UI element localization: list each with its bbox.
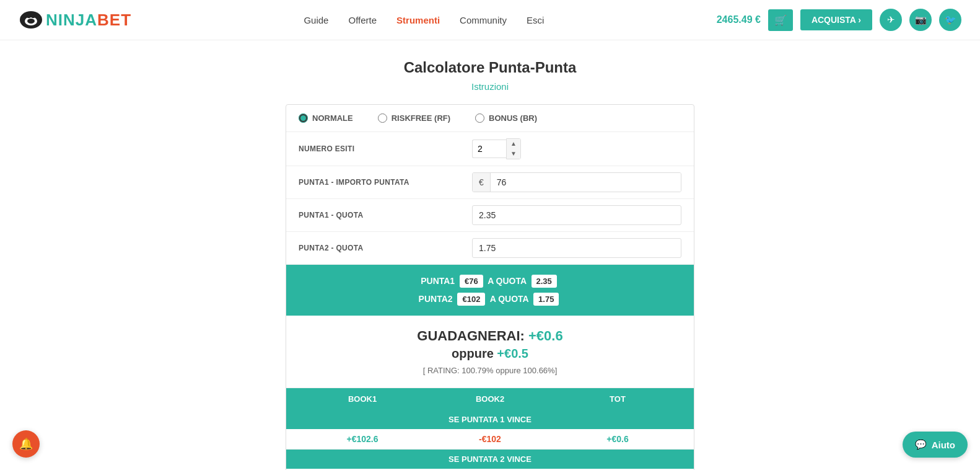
result-punta2-line: PUNTA2 €102 A QUOTA 1.75: [299, 293, 681, 306]
table-header: BOOK1 BOOK2 TOT: [286, 388, 694, 410]
oppure-text: oppure +€0.5: [299, 347, 681, 361]
radio-row: NORMALE RISKFREE (RF) BONUS (BR): [286, 105, 694, 132]
nav-strumenti[interactable]: Strumenti: [396, 15, 440, 25]
telegram-icon[interactable]: ✈: [880, 9, 902, 31]
punta2-quota-row: PUNTA2 - QUOTA: [286, 232, 694, 265]
numero-esiti-label: NUMERO ESITI: [299, 144, 472, 153]
table-col1-header: BOOK1: [299, 394, 426, 404]
page-title: Calcolatore Punta-Punta: [286, 59, 694, 76]
main-content: Calcolatore Punta-Punta Istruzioni NORMA…: [273, 40, 707, 470]
radio-bonus[interactable]: BONUS (BR): [475, 113, 537, 123]
radio-normale[interactable]: NORMALE: [299, 113, 353, 123]
euro-input-wrap: €: [472, 172, 681, 192]
radio-riskfree[interactable]: RISKFREE (RF): [378, 113, 450, 123]
numero-esiti-input[interactable]: [472, 140, 506, 158]
punta1-quota-input[interactable]: [472, 205, 681, 225]
rating-text: [ RATING: 100.79% oppure 100.66%]: [299, 366, 681, 375]
punta1-quota-row: PUNTA1 - QUOTA: [286, 199, 694, 232]
instructions-link[interactable]: Istruzioni: [286, 81, 694, 92]
result-punta2-amount: €102: [457, 293, 485, 306]
balance: 2465.49 €: [717, 14, 761, 25]
radio-normale-input[interactable]: [299, 113, 308, 123]
aiuto-label: Aiuto: [932, 440, 955, 450]
logo-text: NINJABET: [46, 11, 131, 30]
result-punta2-aquota-label: A QUOTA: [490, 294, 528, 304]
header: NINJABET Guide Offerte Strumenti Communi…: [0, 0, 980, 40]
punta1-quota-wrap: [472, 205, 681, 225]
table-subheader1: SE PUNTATA 1 VINCE: [286, 410, 694, 429]
punta2-quota-wrap: [472, 238, 681, 258]
guadagnerai-text: GUADAGNERAI: +€0.6: [299, 328, 681, 344]
spin-down[interactable]: ▼: [507, 149, 520, 159]
notification-bell[interactable]: 🔔: [12, 430, 40, 458]
svg-point-2: [27, 19, 35, 24]
guadagnerai-box: GUADAGNERAI: +€0.6 oppure +€0.5 [ RATING…: [286, 316, 694, 388]
result-punta1-amount: €76: [460, 275, 483, 288]
numero-esiti-spinner: ▲ ▼: [506, 138, 521, 159]
cart-button[interactable]: 🛒: [768, 9, 793, 31]
chat-icon: 💬: [915, 439, 927, 450]
row1-book1: +€102.6: [299, 434, 426, 444]
calculator-box: NORMALE RISKFREE (RF) BONUS (BR) NUMERO …: [286, 104, 694, 470]
table-row-1: +€102.6 -€102 +€0.6: [286, 429, 694, 450]
nav-community[interactable]: Community: [460, 15, 507, 25]
punta1-importo-wrap: €: [472, 172, 681, 192]
spin-up[interactable]: ▲: [507, 139, 520, 149]
acquista-button[interactable]: ACQUISTA ›: [800, 9, 872, 30]
result-punta2-label: PUNTA2: [419, 294, 453, 304]
radio-bonus-input[interactable]: [475, 113, 484, 123]
punta1-importo-row: PUNTA1 - IMPORTO PUNTATA €: [286, 166, 694, 199]
guadagnerai-prefix: GUADAGNERAI:: [417, 328, 528, 344]
table-col3-header: TOT: [554, 394, 681, 404]
guadagnerai-value: +€0.6: [528, 328, 563, 344]
oppure-prefix: oppure: [452, 347, 497, 360]
row1-book2: -€102: [426, 434, 554, 444]
result-punta1-aquota-label: A QUOTA: [488, 276, 526, 286]
result-punta2-quota: 1.75: [533, 293, 559, 306]
result-punta1-quota: 2.35: [532, 275, 557, 288]
nav-offerte[interactable]: Offerte: [348, 15, 377, 25]
numero-esiti-wrap: ▲ ▼: [472, 138, 681, 159]
table-col2-header: BOOK2: [426, 394, 554, 404]
punta2-quota-label: PUNTA2 - QUOTA: [299, 244, 472, 252]
oppure-value: +€0.5: [497, 347, 528, 360]
nav: Guide Offerte Strumenti Community Esci: [304, 15, 544, 25]
logo-icon: [19, 7, 43, 32]
numero-esiti-row: NUMERO ESITI ▲ ▼: [286, 132, 694, 166]
nav-esci[interactable]: Esci: [527, 15, 544, 25]
euro-prefix: €: [473, 173, 491, 192]
result-punta1-line: PUNTA1 €76 A QUOTA 2.35: [299, 275, 681, 288]
aiuto-button[interactable]: 💬 Aiuto: [903, 432, 968, 458]
table-subheader2: SE PUNTATA 2 VINCE: [286, 450, 694, 469]
punta1-quota-label: PUNTA1 - QUOTA: [299, 211, 472, 219]
row1-tot: +€0.6: [554, 434, 681, 444]
twitter-icon[interactable]: 🐦: [939, 9, 961, 31]
radio-riskfree-input[interactable]: [378, 113, 387, 123]
header-right: 2465.49 € 🛒 ACQUISTA › ✈ 📷 🐦: [717, 9, 961, 31]
results-teal: PUNTA1 €76 A QUOTA 2.35 PUNTA2 €102 A QU…: [286, 265, 694, 316]
result-punta1-label: PUNTA1: [421, 276, 455, 286]
punta1-importo-label: PUNTA1 - IMPORTO PUNTATA: [299, 178, 472, 187]
punta2-quota-input[interactable]: [472, 238, 681, 258]
logo: NINJABET: [19, 7, 131, 32]
nav-guide[interactable]: Guide: [304, 15, 328, 25]
punta1-importo-input[interactable]: [491, 173, 681, 192]
instagram-icon[interactable]: 📷: [909, 9, 932, 31]
